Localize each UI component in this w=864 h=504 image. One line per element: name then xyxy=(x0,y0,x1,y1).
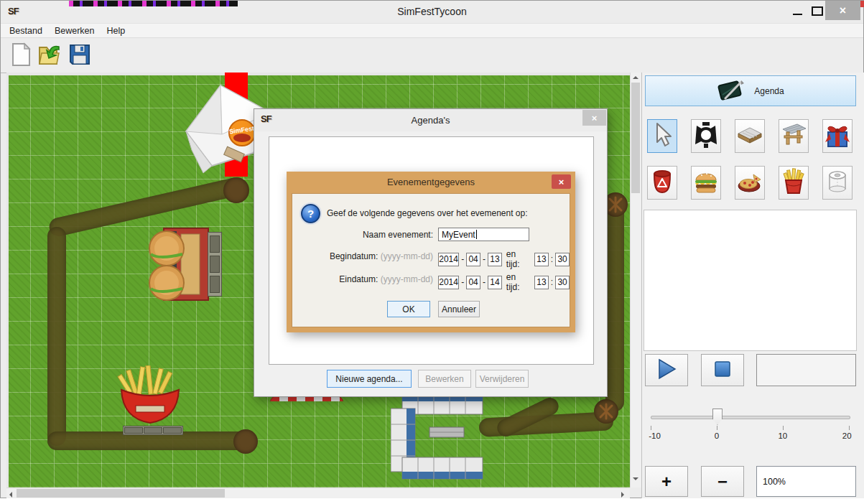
end-minute-field[interactable]: 30 xyxy=(555,276,570,289)
tool-pizza-stand[interactable] xyxy=(735,166,765,200)
end-month-field[interactable]: 04 xyxy=(466,276,480,289)
tool-entrance-gate[interactable] xyxy=(779,119,809,153)
end-hour-field[interactable]: 13 xyxy=(534,276,549,289)
agenda-notebook-icon xyxy=(717,79,745,103)
minimize-button[interactable] xyxy=(786,1,808,20)
stop-icon xyxy=(713,360,732,381)
minimize-icon xyxy=(793,14,802,15)
maximize-icon xyxy=(812,6,823,16)
zoom-out-button[interactable]: − xyxy=(701,466,744,497)
event-dialog-close-button[interactable]: × xyxy=(552,174,571,189)
end-day-field[interactable]: 14 xyxy=(488,276,502,289)
path-marker-bottom xyxy=(594,399,618,424)
dirt-path-left xyxy=(47,227,66,446)
agenda-button[interactable]: Agenda xyxy=(645,75,856,106)
start-day-field[interactable]: 13 xyxy=(488,253,502,266)
zoom-level-field[interactable]: 100% xyxy=(756,466,856,497)
start-month-field[interactable]: 04 xyxy=(466,253,480,266)
slider-tick xyxy=(783,426,784,430)
slider-label-min: -10 xyxy=(649,431,661,440)
gate-icon xyxy=(780,121,807,151)
toilet-roll-icon xyxy=(824,168,850,198)
event-dialog: Evenementgegevens × ? Geef de volgende g… xyxy=(287,172,575,332)
name-label: Naam evenement: xyxy=(292,230,433,240)
time-label: en tijd: xyxy=(506,272,530,292)
cancel-button[interactable]: Annuleer xyxy=(438,301,480,317)
maximize-button[interactable] xyxy=(808,1,827,20)
tool-gift[interactable] xyxy=(822,119,853,153)
menu-bar: Bestand Bewerken Help xyxy=(1,23,863,38)
edit-agenda-button[interactable]: Bewerken xyxy=(418,370,471,388)
ok-button[interactable]: OK xyxy=(387,301,430,317)
open-file-button[interactable] xyxy=(37,43,62,69)
title-bar: SF SimFestTycoon × xyxy=(1,1,863,23)
stop-button[interactable] xyxy=(701,354,744,386)
start-hour-field[interactable]: 13 xyxy=(534,253,549,266)
tool-trash-bin[interactable] xyxy=(647,166,677,200)
zoom-in-button[interactable]: + xyxy=(645,466,688,497)
vertical-scrollbar-thumb[interactable] xyxy=(631,83,640,193)
slider-label-10: 10 xyxy=(778,431,787,440)
spotlight-icon xyxy=(693,121,719,152)
burger-icon xyxy=(692,169,720,197)
horizontal-scrollbar-thumb[interactable] xyxy=(17,489,225,498)
end-year-field[interactable]: 2014 xyxy=(438,276,459,289)
toolbar xyxy=(1,39,863,73)
start-date-label: Begindatum: (yyyy-mm-dd) xyxy=(292,251,433,261)
tool-platform-tile[interactable] xyxy=(735,119,765,153)
date-format-hint: (yyyy-mm-dd) xyxy=(381,251,433,261)
event-name-value: MyEvent xyxy=(442,230,475,240)
new-file-button[interactable] xyxy=(8,43,34,69)
tool-fries-stand[interactable] xyxy=(779,166,809,200)
time-separator: : xyxy=(551,277,553,287)
date-format-hint: (yyyy-mm-dd) xyxy=(381,274,433,284)
tool-burger-stand[interactable] xyxy=(691,166,721,200)
time-label: en tijd: xyxy=(506,249,530,269)
start-year-field[interactable]: 2014 xyxy=(438,253,459,266)
save-floppy-icon xyxy=(68,43,91,69)
scroll-down-icon[interactable] xyxy=(633,477,638,480)
window-title: SimFestTycoon xyxy=(1,6,863,17)
tool-select-cursor[interactable] xyxy=(647,119,677,153)
start-minute-field[interactable]: 30 xyxy=(555,253,570,266)
slider-track[interactable] xyxy=(651,416,850,419)
path-junction xyxy=(223,177,249,203)
scroll-up-icon[interactable] xyxy=(633,76,638,79)
slider-thumb[interactable] xyxy=(712,409,723,425)
status-panel xyxy=(756,354,856,386)
platform-icon xyxy=(737,122,763,151)
new-agenda-button[interactable]: Nieuwe agenda... xyxy=(327,370,412,388)
event-instruction: Geef de volgende gegevens over het eveme… xyxy=(327,208,528,218)
agendas-dialog-titlebar: SF Agenda's × xyxy=(254,109,607,131)
event-dialog-body: ? Geef de volgende gegevens over het eve… xyxy=(292,193,570,327)
play-button[interactable] xyxy=(645,354,688,386)
save-file-button[interactable] xyxy=(67,43,93,69)
time-separator: : xyxy=(551,254,553,264)
delete-agenda-button[interactable]: Verwijderen xyxy=(475,370,529,388)
date-separator: - xyxy=(461,254,464,264)
app-window: SF SimFestTycoon × Bestand Bewerken Help xyxy=(0,0,864,498)
close-button[interactable]: × xyxy=(825,1,860,20)
event-name-field[interactable]: MyEvent xyxy=(438,228,529,241)
speed-slider[interactable]: -10 0 10 20 xyxy=(651,404,849,442)
agendas-dialog-close-button[interactable]: × xyxy=(582,110,606,126)
date-separator: - xyxy=(483,254,486,264)
path-end-node xyxy=(233,429,258,454)
text-caret xyxy=(476,230,477,239)
scroll-left-icon[interactable] xyxy=(9,492,12,498)
question-icon: ? xyxy=(301,204,320,223)
menu-bestand[interactable]: Bestand xyxy=(9,26,42,36)
play-icon xyxy=(655,358,678,383)
scroll-right-icon[interactable] xyxy=(621,492,624,498)
desktop-strip xyxy=(0,498,864,504)
cursor-icon xyxy=(650,121,674,151)
bench xyxy=(208,232,222,297)
end-date-label: Eindatum: (yyyy-mm-dd) xyxy=(292,274,433,284)
toilet-block xyxy=(391,394,486,480)
tool-spotlight[interactable] xyxy=(691,119,721,153)
tool-toilet-roll[interactable] xyxy=(822,166,853,200)
menu-help[interactable]: Help xyxy=(106,26,125,36)
menu-bewerken[interactable]: Bewerken xyxy=(55,26,95,36)
agenda-list-panel[interactable] xyxy=(644,210,857,351)
open-folder-icon xyxy=(37,42,62,70)
